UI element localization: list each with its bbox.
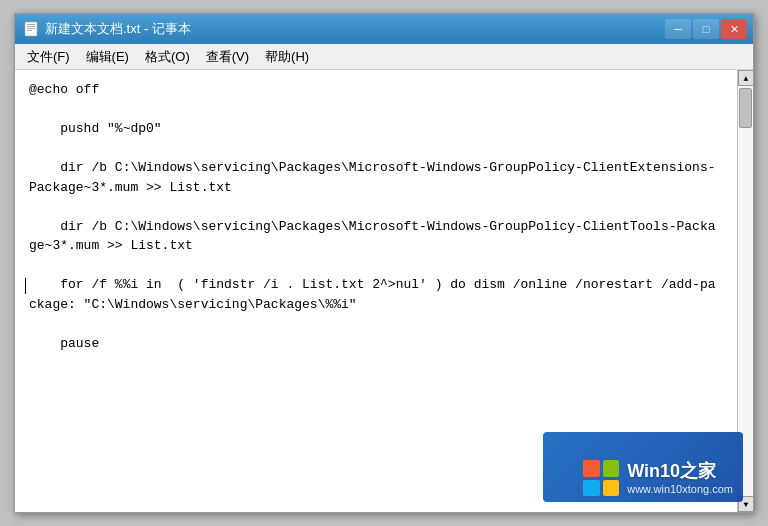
- title-bar: 新建文本文档.txt - 记事本 ─ □ ✕: [15, 14, 753, 44]
- close-button[interactable]: ✕: [721, 19, 747, 39]
- win-logo-red: [583, 460, 600, 477]
- win-logo-blue: [583, 480, 600, 497]
- scroll-up-button[interactable]: ▲: [738, 70, 753, 86]
- menu-format[interactable]: 格式(O): [137, 45, 198, 69]
- watermark-url: www.win10xtong.com: [627, 483, 733, 495]
- title-bar-left: 新建文本文档.txt - 记事本: [23, 20, 191, 38]
- watermark-title: Win10之家: [627, 461, 716, 483]
- window-title: 新建文本文档.txt - 记事本: [45, 20, 191, 38]
- svg-rect-2: [27, 26, 35, 27]
- notepad-window: 新建文本文档.txt - 记事本 ─ □ ✕ 文件(F) 编辑(E) 格式(O)…: [14, 13, 754, 513]
- watermark-content: Win10之家 www.win10xtong.com: [573, 454, 743, 502]
- menu-view[interactable]: 查看(V): [198, 45, 257, 69]
- watermark-text-block: Win10之家 www.win10xtong.com: [627, 461, 733, 495]
- svg-rect-4: [27, 30, 32, 31]
- windows-logo-icon: [583, 460, 619, 496]
- menu-bar: 文件(F) 编辑(E) 格式(O) 查看(V) 帮助(H): [15, 44, 753, 70]
- svg-rect-1: [27, 24, 35, 25]
- notepad-icon: [23, 21, 39, 37]
- menu-edit[interactable]: 编辑(E): [78, 45, 137, 69]
- win-logo-green: [603, 460, 620, 477]
- maximize-button[interactable]: □: [693, 19, 719, 39]
- minimize-button[interactable]: ─: [665, 19, 691, 39]
- editor-area: @echo off pushd "%~dp0" dir /b C:\Window…: [15, 70, 753, 512]
- watermark: Win10之家 www.win10xtong.com: [573, 454, 743, 502]
- win-logo-yellow: [603, 480, 620, 497]
- title-buttons: ─ □ ✕: [665, 19, 747, 39]
- text-cursor: [25, 278, 26, 294]
- menu-help[interactable]: 帮助(H): [257, 45, 317, 69]
- menu-file[interactable]: 文件(F): [19, 45, 78, 69]
- svg-rect-3: [27, 28, 35, 29]
- scroll-thumb[interactable]: [739, 88, 752, 128]
